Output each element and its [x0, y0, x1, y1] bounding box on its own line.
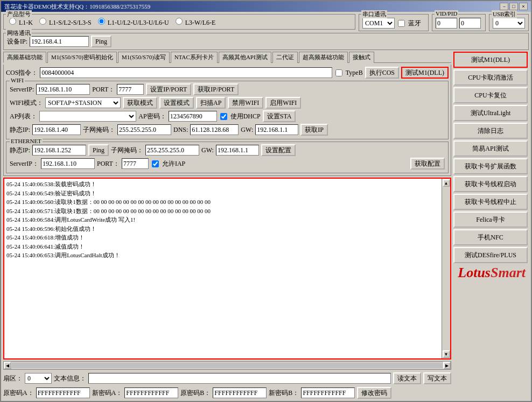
device-ip-label: 设备IP: [7, 37, 27, 46]
right-btn-felica[interactable]: Felica寻卡 [453, 211, 528, 228]
close-button[interactable]: × [519, 3, 528, 10]
vid-input[interactable] [436, 18, 457, 29]
radio-l3w[interactable]: L3-W/L6-E [173, 18, 216, 27]
log-scroll-area[interactable]: 05-24 15:40:06:538:装载密码成功！ 05-24 15:40:0… [4, 179, 442, 358]
right-btn-card-thread-start[interactable]: 获取卡号线程启动 [453, 176, 528, 192]
tab-m1-pwd-init[interactable]: M1(S50/S70)密码初始化 [47, 52, 117, 63]
hscroll-right-btn[interactable]: ▶ [443, 362, 451, 369]
tab-m1-rw[interactable]: M1(S50/S70)读写 [118, 52, 170, 63]
new-pwd-a-input[interactable] [124, 387, 178, 398]
content-area: 产品型号 L1-K L1-S/L2-S/L3-S L1-U/L2-U/L3-U/… [1, 12, 531, 401]
wifi-set-ip-btn[interactable]: 设置IP/PORT [146, 83, 191, 95]
tab-uhf[interactable]: 超高频基础功能 [299, 52, 348, 63]
new-pwd-b-input[interactable] [301, 387, 355, 398]
right-btn-simple-api[interactable]: 简易API测试 [453, 140, 528, 157]
right-btn-card-thread-stop[interactable]: 获取卡号线程中止 [453, 194, 528, 210]
hscroll-bar: ◀ ▶ [3, 361, 451, 370]
network-comm-label: 网络通讯 [6, 29, 32, 37]
wifi-set-mode-btn[interactable]: 设置模式 [159, 97, 194, 109]
wifi-static-ip-label: 静态IP: [10, 125, 30, 135]
typeb-checkbox[interactable] [335, 69, 342, 76]
eth-gw-input[interactable] [216, 145, 259, 156]
right-btn-get-card-ext[interactable]: 获取卡号扩展函数 [453, 158, 528, 174]
wifi-set-sta-btn[interactable]: 设置STA [263, 110, 296, 122]
log-container: 05-24 15:40:06:538:装载密码成功！ 05-24 15:40:0… [3, 178, 451, 359]
right-btn-desfire[interactable]: 测试DESfire/PLUS [453, 247, 528, 263]
tab-bar: 高频基础功能 M1(S50/S70)密码初始化 M1(S50/S70)读写 NT… [3, 52, 451, 63]
wifi-port-label: PORT： [92, 85, 115, 94]
allow-iap-checkbox[interactable] [152, 160, 159, 167]
right-btn-clear-log[interactable]: 清除日志 [453, 123, 528, 139]
eth-port-input[interactable] [122, 158, 149, 169]
modify-pwd-btn[interactable]: 修改密码 [357, 387, 391, 399]
write-text-btn[interactable]: 写文本 [423, 372, 451, 384]
wifi-mode-select[interactable]: SOFTAP+STASION [45, 97, 121, 108]
usb-index-label: USB索引 [492, 10, 517, 18]
wifi-server-ip-input[interactable] [36, 84, 90, 95]
old-pwd-a-input[interactable] [36, 387, 90, 398]
wifi-get-ip-btn[interactable]: 获取IP/PORT [193, 83, 239, 95]
eth-ping-btn[interactable]: Ping [88, 144, 109, 156]
cos-label: COS指令： [6, 68, 38, 77]
tab-second-gen[interactable]: 二代证 [272, 52, 298, 63]
old-pwd-b-input[interactable] [213, 387, 267, 398]
tab-contact[interactable]: 接触式 [349, 52, 374, 63]
product-type-group: 产品型号 L1-K L1-S/L2-S/L3-S L1-U/L2-U/L3-U/… [3, 14, 355, 30]
wifi-disable-btn[interactable]: 禁用WIFI [228, 97, 263, 109]
radio-l1u[interactable]: L1-U/L2-U/L3-U/L6-U [96, 18, 169, 27]
wifi-scan-ap-btn[interactable]: 扫描AP [196, 97, 226, 109]
eth-static-ip-input[interactable] [32, 145, 86, 156]
usb-index-select[interactable]: 0 [493, 18, 525, 29]
eth-set-config-btn[interactable]: 设置配置 [261, 144, 296, 156]
ping-button[interactable]: Ping [91, 36, 111, 47]
tab-ntac[interactable]: NTAC系列卡片 [171, 52, 218, 63]
scroll-up-btn[interactable]: ▲ [443, 179, 450, 187]
product-type-label: 产品型号 [6, 10, 32, 18]
tab-high-freq-other[interactable]: 高频其他API测试 [219, 52, 271, 63]
eth-subnet-input[interactable] [145, 145, 199, 156]
wifi-port-input[interactable] [117, 84, 144, 95]
sector-select[interactable]: 0 [25, 373, 52, 384]
bluetooth-label: 蓝牙 [408, 19, 421, 28]
logo-text1: Lotus [458, 265, 491, 280]
wifi-dns-input[interactable] [190, 124, 239, 135]
eth-server-ip-input[interactable] [41, 158, 95, 169]
wifi-server-ip-label: ServerIP: [10, 86, 34, 94]
cos-input[interactable] [40, 67, 332, 78]
eth-gw-label: GW: [201, 146, 214, 154]
hscroll-left-btn[interactable]: ◀ [4, 362, 11, 369]
ap-list-select[interactable] [39, 111, 136, 122]
pid-input[interactable] [459, 18, 481, 29]
wifi-get-mode-btn[interactable]: 获取模式 [123, 97, 157, 109]
maximize-button[interactable]: □ [509, 3, 518, 10]
wifi-gw-input[interactable] [255, 124, 298, 135]
wifi-enable-btn[interactable]: 启用WIFI [265, 97, 301, 109]
right-btn-cpu-deactivate[interactable]: CPU卡取消激活 [453, 69, 528, 86]
radio-l1s[interactable]: L1-S/L2-S/L3-S [37, 18, 92, 27]
radio-l1k[interactable]: L1-K [7, 18, 33, 27]
use-dhcp-label: 使用DHCP [230, 112, 261, 121]
wifi-mode-label: WIFI模式： [10, 98, 43, 108]
com-port-select[interactable]: COM1 [362, 18, 395, 29]
log-text-area: 05-24 15:40:06:538:装载密码成功！ 05-24 15:40:0… [4, 179, 442, 261]
wifi-get-ip-btn2[interactable]: 获取IP [300, 124, 328, 136]
bluetooth-checkbox[interactable] [398, 20, 405, 27]
read-text-btn[interactable]: 读文本 [393, 372, 421, 384]
exec-cos-button[interactable]: 执行COS [365, 67, 399, 79]
eth-get-config-btn[interactable]: 获取配置 [410, 158, 445, 170]
text-info-input[interactable] [88, 373, 391, 384]
tab-high-freq-basic[interactable]: 高频基础功能 [3, 52, 46, 63]
right-btn-test-m1[interactable]: 测试M1(DLL) [453, 52, 528, 68]
wifi-static-ip-input[interactable] [32, 124, 81, 135]
device-ip-input[interactable] [30, 36, 89, 47]
ap-pwd-input[interactable] [169, 111, 217, 122]
test-m1-top-button[interactable]: 测试M1(DLL) [401, 67, 449, 79]
minimize-button[interactable]: － [500, 3, 508, 10]
scroll-down-btn[interactable]: ▼ [443, 350, 450, 358]
eth-server-ip-label: ServerIP： [10, 159, 39, 168]
right-btn-cpu-reset[interactable]: CPU卡复位 [453, 87, 528, 103]
use-dhcp-checkbox[interactable] [220, 113, 227, 120]
right-btn-nfc[interactable]: 手机NFC [453, 229, 528, 245]
wifi-subnet-input[interactable] [117, 124, 171, 135]
right-btn-test-ultralight[interactable]: 测试UltraLight [453, 105, 528, 121]
